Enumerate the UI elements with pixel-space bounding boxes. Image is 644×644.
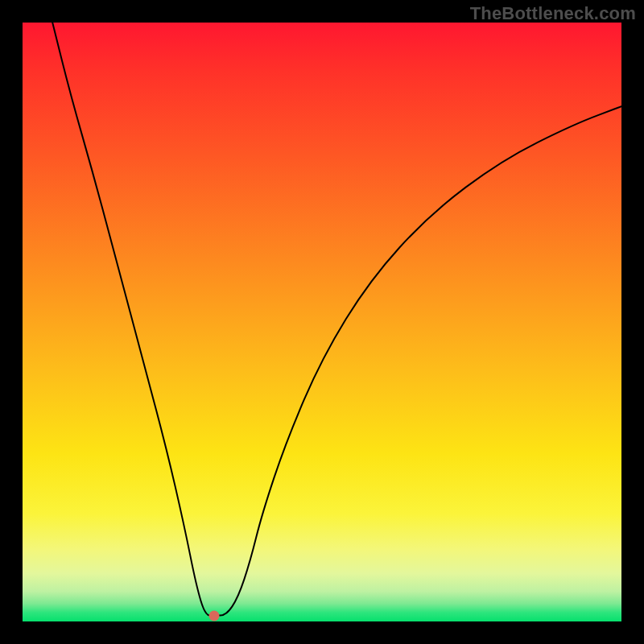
bottleneck-curve xyxy=(23,23,621,621)
chart-frame: TheBottleneck.com xyxy=(0,0,644,644)
optimum-marker xyxy=(209,610,220,621)
watermark-text: TheBottleneck.com xyxy=(470,3,636,24)
plot-area xyxy=(23,23,621,621)
